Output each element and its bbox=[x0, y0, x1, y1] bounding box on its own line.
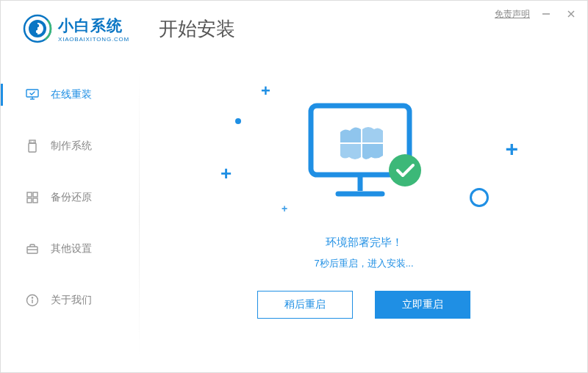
sidebar-item-label: 在线重装 bbox=[51, 88, 92, 101]
svg-rect-15 bbox=[27, 192, 32, 197]
sidebar-item-reinstall[interactable]: 在线重装 bbox=[1, 78, 140, 112]
status-title: 环境部署完毕！ bbox=[326, 236, 403, 250]
circle-icon bbox=[470, 188, 489, 207]
usb-icon bbox=[26, 140, 39, 153]
grid-icon bbox=[26, 191, 39, 204]
monitor-icon bbox=[26, 88, 39, 101]
dot-icon bbox=[235, 118, 241, 124]
svg-rect-8 bbox=[26, 90, 38, 97]
monitor-complete-icon bbox=[305, 100, 423, 210]
svg-point-27 bbox=[389, 154, 421, 186]
illustration: + + + + bbox=[268, 74, 459, 221]
app-logo: 小白系统 XIAOBAIXITONG.COM bbox=[23, 14, 129, 43]
main-panel: + + + + 环境部署完毕！ 7秒后重启，进入安装... bbox=[140, 63, 587, 372]
logo-text-en: XIAOBAIXITONG.COM bbox=[58, 36, 129, 43]
info-icon bbox=[26, 294, 39, 307]
plus-icon: + bbox=[505, 137, 518, 162]
status-subtitle: 7秒后重启，进入安装... bbox=[314, 257, 413, 270]
sidebar-item-make-system[interactable]: 制作系统 bbox=[1, 129, 140, 163]
svg-rect-17 bbox=[27, 198, 32, 203]
sidebar-item-backup[interactable]: 备份还原 bbox=[1, 181, 140, 214]
sidebar-item-label: 关于我们 bbox=[51, 294, 92, 307]
sidebar: 在线重装 制作系统 备份还原 bbox=[1, 63, 140, 372]
logo-icon bbox=[23, 14, 52, 43]
sidebar-item-settings[interactable]: 其他设置 bbox=[1, 232, 140, 266]
svg-rect-16 bbox=[33, 192, 37, 197]
sidebar-item-label: 其他设置 bbox=[51, 242, 92, 256]
sidebar-item-label: 制作系统 bbox=[51, 140, 92, 153]
close-button[interactable] bbox=[562, 5, 580, 23]
disclaimer-link[interactable]: 免责声明 bbox=[495, 8, 530, 21]
svg-rect-18 bbox=[33, 198, 37, 203]
plus-icon: + bbox=[261, 82, 270, 101]
svg-rect-12 bbox=[29, 143, 36, 152]
logo-text-cn: 小白系统 bbox=[58, 15, 129, 36]
svg-point-6 bbox=[36, 24, 39, 27]
minimize-button[interactable] bbox=[537, 5, 555, 23]
sidebar-item-label: 备份还原 bbox=[51, 191, 92, 204]
svg-point-22 bbox=[32, 297, 32, 298]
plus-icon: + bbox=[220, 162, 232, 185]
restart-later-button[interactable]: 稍后重启 bbox=[257, 291, 353, 319]
restart-now-button[interactable]: 立即重启 bbox=[375, 291, 470, 319]
page-title: 开始安装 bbox=[159, 16, 235, 42]
svg-point-7 bbox=[36, 30, 39, 33]
plus-icon: + bbox=[282, 203, 287, 214]
sidebar-item-about[interactable]: 关于我们 bbox=[1, 283, 140, 317]
toolbox-icon bbox=[26, 242, 39, 256]
